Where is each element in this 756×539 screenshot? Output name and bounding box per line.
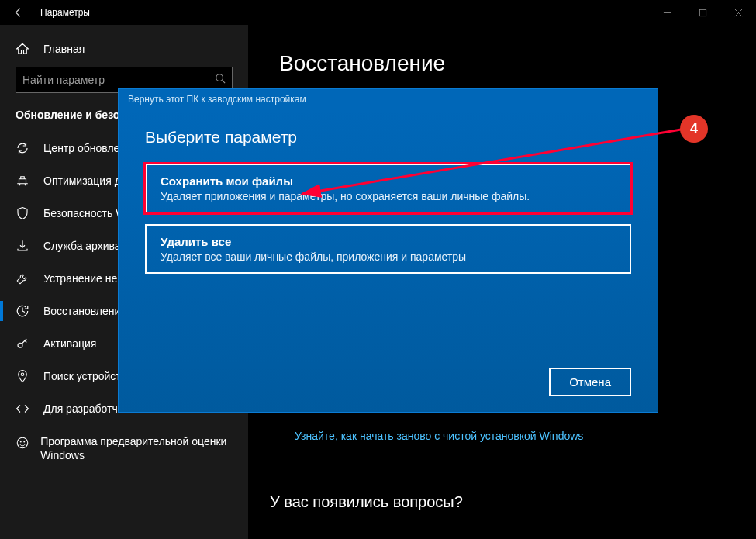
help-link[interactable]: Узнайте, как начать заново с чистой уста…: [295, 430, 583, 442]
question-heading: У вас появились вопросы?: [270, 493, 463, 511]
option-remove-all[interactable]: Удалить все Удаляет все ваши личные файл…: [145, 224, 631, 274]
window-controls: [649, 0, 756, 25]
recovery-icon: [16, 304, 33, 318]
search-icon: [215, 73, 226, 87]
svg-point-6: [23, 441, 25, 443]
back-button[interactable]: [0, 0, 37, 25]
option-title: Удалить все: [161, 235, 616, 248]
sidebar-item-insider[interactable]: Программа предварительной оценки Windows: [0, 425, 248, 472]
maximize-button[interactable]: [685, 0, 720, 25]
wrench-icon: [16, 271, 33, 285]
svg-rect-0: [699, 9, 706, 16]
sidebar-item-label: Активация: [43, 337, 96, 350]
minimize-button[interactable]: [649, 0, 685, 25]
search-placeholder: Найти параметр: [22, 74, 215, 86]
sync-icon: [16, 141, 33, 155]
svg-point-4: [17, 437, 28, 448]
sidebar-item-label: Программа предварительной оценки Windows: [40, 434, 233, 462]
option-keep-files[interactable]: Сохранить мои файлы Удаляет приложения и…: [145, 164, 631, 213]
code-icon: [16, 402, 33, 416]
dialog-header: Вернуть этот ПК к заводским настройкам: [119, 89, 658, 109]
titlebar: Параметры: [0, 0, 756, 25]
option-title: Сохранить мои файлы: [161, 174, 616, 188]
cancel-button[interactable]: Отмена: [549, 368, 631, 396]
key-icon: [16, 337, 33, 351]
svg-point-1: [216, 74, 223, 81]
close-button[interactable]: [720, 0, 756, 25]
home-icon: [16, 42, 33, 56]
location-icon: [16, 369, 33, 383]
insider-icon: [16, 436, 29, 450]
page-title: Восстановление: [279, 51, 725, 76]
shield-icon: [16, 206, 33, 220]
svg-point-3: [21, 373, 23, 375]
svg-point-2: [18, 343, 22, 347]
option-desc: Удаляет приложения и параметры, но сохра…: [161, 190, 616, 202]
annotation-badge: 4: [680, 115, 708, 143]
svg-point-5: [20, 441, 22, 443]
dialog-title: Выберите параметр: [145, 128, 631, 147]
reset-pc-dialog: Вернуть этот ПК к заводским настройкам В…: [118, 88, 658, 413]
window-title: Параметры: [40, 7, 90, 18]
home-label: Главная: [43, 43, 85, 55]
option-desc: Удаляет все ваши личные файлы, приложени…: [161, 250, 616, 263]
delivery-icon: [16, 174, 33, 188]
sidebar-item-label: Восстановление: [43, 305, 126, 317]
backup-icon: [16, 239, 33, 253]
home-nav[interactable]: Главная: [0, 34, 248, 67]
